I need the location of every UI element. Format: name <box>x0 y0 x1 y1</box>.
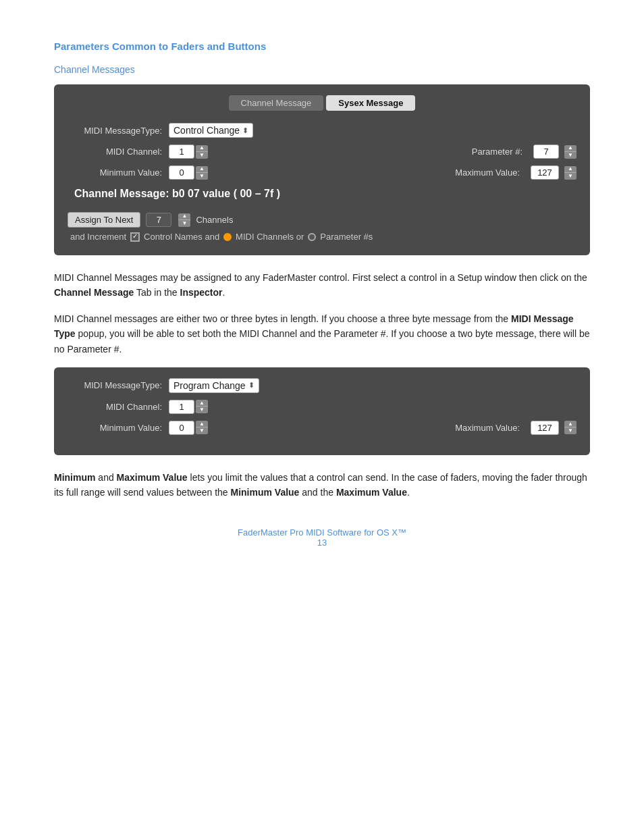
tab-row: Channel Message Sysex Message <box>68 95 576 111</box>
p2-midi-messagetype-value: Program Change <box>173 380 246 391</box>
midi-messagetype-select-wrapper[interactable]: Control Change ⬍ <box>169 123 253 138</box>
parameter-input[interactable] <box>533 145 559 159</box>
min-down[interactable]: ▼ <box>196 173 208 180</box>
midi-messagetype-value: Control Change <box>173 125 240 136</box>
parameter-label: Parameter #: <box>472 147 522 157</box>
paragraph1: MIDI Channel Messages may be assigned to… <box>54 270 590 301</box>
parameter-text: Parameter #s <box>320 232 373 242</box>
midi-messagetype-label: MIDI MessageType: <box>68 126 162 136</box>
footer-line2: 13 <box>54 538 590 548</box>
increment-row: and Increment Control Names and MIDI Cha… <box>68 232 576 242</box>
assign-up[interactable]: ▲ <box>178 213 190 220</box>
assign-number-input[interactable] <box>146 213 171 227</box>
min-value-spinner[interactable]: ▲ ▼ <box>196 166 208 180</box>
parameter-spinner[interactable]: ▲ ▼ <box>564 145 576 159</box>
control-names-text: Control Names and <box>144 232 219 242</box>
p2-min-value-input[interactable] <box>169 421 194 435</box>
radio-parameter[interactable] <box>308 233 316 241</box>
min-up[interactable]: ▲ <box>196 166 208 173</box>
p2-min-value-spinner[interactable]: ▲ ▼ <box>196 421 208 434</box>
assign-spinner[interactable]: ▲ ▼ <box>178 213 190 227</box>
p2-min-value-label: Minimum Value: <box>68 423 162 433</box>
tab-sysex-message[interactable]: Sysex Message <box>326 95 415 111</box>
midi-channel-down[interactable]: ▼ <box>196 152 208 159</box>
footer: FaderMaster Pro MIDI Software for OS X™ … <box>54 527 590 548</box>
p2-midi-channel-down[interactable]: ▼ <box>196 407 208 413</box>
p2-max-up[interactable]: ▲ <box>564 421 576 427</box>
assign-row: Assign To Next ▲ ▼ Channels <box>68 212 576 228</box>
max-group: Maximum Value: ▲ ▼ <box>455 165 576 180</box>
midi-channel-input[interactable] <box>169 145 194 159</box>
p2-max-down[interactable]: ▼ <box>564 427 576 434</box>
p2-midi-channel-label: MIDI Channel: <box>68 402 162 412</box>
p2-max-value-spinner[interactable]: ▲ ▼ <box>564 421 576 434</box>
page-title: Parameters Common to Faders and Buttons <box>54 41 590 52</box>
p2-min-up[interactable]: ▲ <box>196 421 208 427</box>
p2-min-down[interactable]: ▼ <box>196 427 208 434</box>
max-up[interactable]: ▲ <box>564 166 576 173</box>
p2-midi-channel-input[interactable] <box>169 400 194 414</box>
min-value-label: Minimum Value: <box>68 167 162 178</box>
p2-minmax-row: Minimum Value: ▲ ▼ Maximum Value: ▲ ▼ <box>68 421 576 435</box>
midi-channel-row: MIDI Channel: ▲ ▼ Parameter #: ▲ ▼ <box>68 145 576 159</box>
parameter-group: Parameter #: ▲ ▼ <box>472 145 576 159</box>
section-subtitle: Channel Messages <box>54 64 590 75</box>
p2-midi-messagetype-row: MIDI MessageType: Program Change ⬍ <box>68 378 576 393</box>
panel1: Channel Message Sysex Message MIDI Messa… <box>54 84 590 255</box>
min-value-input[interactable] <box>169 165 194 180</box>
p2-dropdown-arrow-icon: ⬍ <box>248 381 254 390</box>
p2-midi-messagetype-label: MIDI MessageType: <box>68 380 162 390</box>
p2-midi-messagetype-select-wrapper[interactable]: Program Change ⬍ <box>169 378 259 393</box>
paragraph2: MIDI Channel messages are either two or … <box>54 311 590 357</box>
channels-label: Channels <box>196 215 233 225</box>
panel2: MIDI MessageType: Program Change ⬍ MIDI … <box>54 367 590 455</box>
tab-channel-message[interactable]: Channel Message <box>229 95 324 111</box>
assign-down[interactable]: ▼ <box>178 220 190 227</box>
max-value-input[interactable] <box>531 165 559 180</box>
assign-to-next-button[interactable]: Assign To Next <box>68 212 140 228</box>
minmax-row: Minimum Value: ▲ ▼ Maximum Value: ▲ ▼ <box>68 165 576 180</box>
p2-max-value-input[interactable] <box>531 421 559 435</box>
p2-midi-channel-up[interactable]: ▲ <box>196 400 208 407</box>
checkbox-control-names[interactable] <box>130 232 140 242</box>
paragraph3: Minimum and Maximum Value lets you limit… <box>54 470 590 500</box>
p2-max-value-label: Maximum Value: <box>455 423 520 433</box>
p2-midi-channel-spinner[interactable]: ▲ ▼ <box>196 400 208 413</box>
midi-channel-spinner[interactable]: ▲ ▼ <box>196 145 208 159</box>
midi-messagetype-row: MIDI MessageType: Control Change ⬍ <box>68 123 576 138</box>
radio-midi-channels[interactable] <box>223 233 232 241</box>
parameter-up[interactable]: ▲ <box>564 145 576 152</box>
footer-line1: FaderMaster Pro MIDI Software for OS X™ <box>54 527 590 538</box>
channel-msg-display: Channel Message: b0 07 value ( 00 – 7f ) <box>68 188 576 200</box>
midi-channel-label: MIDI Channel: <box>68 147 162 157</box>
midi-channels-text: MIDI Channels or <box>236 232 304 242</box>
midi-channel-up[interactable]: ▲ <box>196 145 208 152</box>
max-value-label: Maximum Value: <box>455 167 520 178</box>
and-increment-text: and Increment <box>70 232 126 242</box>
p2-max-group: Maximum Value: ▲ ▼ <box>455 421 576 435</box>
p2-midi-channel-row: MIDI Channel: ▲ ▼ <box>68 400 576 414</box>
max-down[interactable]: ▼ <box>564 173 576 180</box>
dropdown-arrow-icon: ⬍ <box>242 126 248 135</box>
max-value-spinner[interactable]: ▲ ▼ <box>564 166 576 180</box>
parameter-down[interactable]: ▼ <box>564 152 576 159</box>
